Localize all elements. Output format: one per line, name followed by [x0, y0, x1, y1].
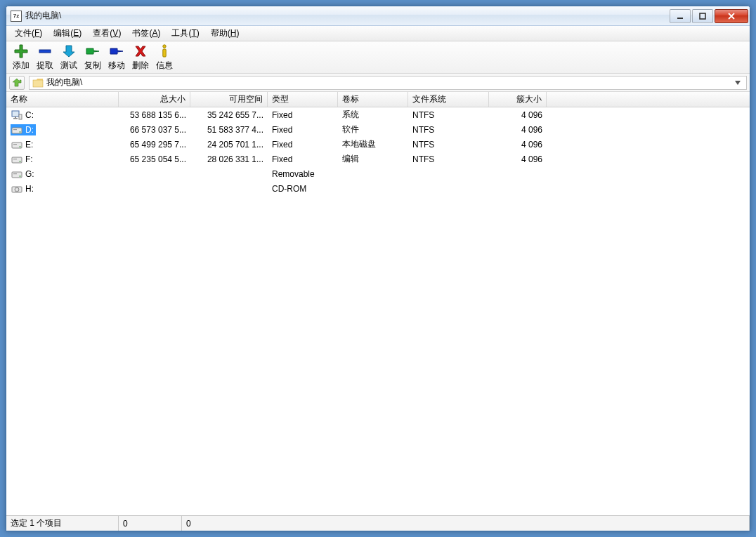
- add-icon: [13, 44, 29, 59]
- column-header-label[interactable]: 卷标: [338, 92, 408, 107]
- cell-name: F:: [6, 154, 119, 165]
- cell-name: C:: [6, 110, 119, 121]
- cell-free: 24 205 701 1...: [190, 140, 268, 150]
- cell-type: Fixed: [268, 154, 338, 164]
- column-header-type[interactable]: 类型: [268, 92, 338, 107]
- cell-cluster: 4 096: [489, 140, 547, 150]
- cell-type: Fixed: [268, 125, 338, 135]
- cell-size: 53 688 135 6...: [119, 110, 190, 120]
- cell-size: 65 235 054 5...: [119, 154, 190, 164]
- cell-name: D:: [6, 124, 119, 135]
- cell-fs: NTFS: [408, 125, 489, 135]
- info-button[interactable]: 信息: [154, 44, 175, 72]
- menu-t[interactable]: 工具(T): [166, 26, 204, 41]
- folder-icon: [32, 78, 44, 88]
- svg-rect-2: [39, 50, 51, 53]
- column-header-cluster[interactable]: 簇大小: [489, 92, 547, 107]
- extract-button[interactable]: 提取: [34, 44, 56, 72]
- svg-rect-9: [19, 114, 22, 119]
- status-selection: 选定 1 个项目: [6, 516, 119, 531]
- svg-point-18: [20, 161, 21, 162]
- svg-rect-20: [13, 173, 17, 174]
- cell-label: 系统: [338, 109, 408, 121]
- app-icon: 7z: [11, 11, 22, 22]
- copy-icon: [85, 44, 100, 59]
- cell-size: 66 573 037 5...: [119, 125, 190, 135]
- maximize-button[interactable]: [692, 9, 713, 23]
- chevron-down-icon[interactable]: [732, 81, 743, 85]
- status-panel-3: 0: [182, 516, 750, 531]
- svg-point-12: [20, 131, 21, 133]
- cell-size: 65 499 295 7...: [119, 140, 190, 150]
- table-row[interactable]: E:65 499 295 7...24 205 701 1...Fixed本地磁…: [6, 137, 750, 152]
- path-text: 我的电脑\: [46, 77, 82, 88]
- column-header-fs[interactable]: 文件系统: [408, 92, 489, 107]
- window-controls: [668, 9, 748, 23]
- svg-point-21: [20, 175, 21, 177]
- svg-rect-4: [163, 49, 166, 57]
- table-row[interactable]: H:CD-ROM: [6, 181, 750, 196]
- column-header-free[interactable]: 可用空间: [190, 92, 268, 107]
- svg-rect-14: [13, 144, 17, 145]
- extract-icon: [37, 44, 53, 59]
- menu-h[interactable]: 帮助(H): [205, 26, 245, 41]
- table-row[interactable]: G:Removable: [6, 166, 750, 181]
- cell-fs: NTFS: [408, 154, 489, 164]
- menu-v[interactable]: 查看(V): [87, 26, 126, 41]
- cell-label: 本地磁盘: [338, 138, 408, 150]
- move-icon: [109, 44, 124, 59]
- cell-label: 软件: [338, 124, 408, 135]
- close-button[interactable]: [715, 9, 748, 23]
- window-title: 我的电脑\: [25, 10, 668, 22]
- svg-point-3: [163, 44, 166, 47]
- cell-free: 28 026 331 1...: [190, 154, 268, 164]
- status-panel-2: 0: [119, 516, 182, 531]
- column-header-name[interactable]: 名称: [6, 92, 119, 107]
- cell-name: G:: [6, 168, 119, 180]
- up-button[interactable]: [9, 76, 25, 90]
- statusbar: 选定 1 个项目 0 0: [6, 515, 750, 531]
- svg-rect-5: [33, 80, 43, 87]
- table-row[interactable]: F:65 235 054 5...28 026 331 1...Fixed编辑N…: [6, 152, 750, 166]
- menu-f[interactable]: 文件(F): [9, 26, 48, 41]
- cell-type: Removable: [268, 169, 338, 179]
- delete-icon: [133, 44, 148, 59]
- cell-free: 35 242 655 7...: [190, 110, 268, 120]
- svg-rect-11: [13, 129, 17, 130]
- toolbar: 添加提取测试复制移动删除信息: [6, 41, 750, 74]
- menu-e[interactable]: 编辑(E): [48, 26, 87, 41]
- cell-name: H:: [6, 183, 119, 194]
- drive-icon: [11, 140, 22, 150]
- menubar: 文件(F)编辑(E)查看(V)书签(A)工具(T)帮助(H): [6, 26, 750, 41]
- cell-type: CD-ROM: [268, 184, 338, 194]
- svg-rect-8: [13, 118, 18, 119]
- cell-cluster: 4 096: [489, 154, 547, 164]
- svg-rect-6: [12, 111, 19, 117]
- svg-rect-17: [13, 159, 17, 159]
- drive-icon: [11, 110, 22, 120]
- menu-a[interactable]: 书签(A): [126, 26, 166, 41]
- svg-point-15: [20, 146, 21, 147]
- list-body[interactable]: C:53 688 135 6...35 242 655 7...Fixed系统N…: [6, 107, 750, 515]
- table-row[interactable]: D:66 573 037 5...51 583 377 4...Fixed软件N…: [6, 122, 750, 137]
- titlebar[interactable]: 7z 我的电脑\: [6, 6, 750, 26]
- column-header-size[interactable]: 总大小: [119, 92, 190, 107]
- cell-fs: NTFS: [408, 110, 489, 120]
- minimize-button[interactable]: [670, 9, 691, 23]
- path-input[interactable]: 我的电脑\: [29, 76, 747, 90]
- delete-button[interactable]: 删除: [130, 44, 151, 72]
- copy-button[interactable]: 复制: [82, 44, 103, 72]
- cell-type: Fixed: [268, 140, 338, 150]
- table-row[interactable]: C:53 688 135 6...35 242 655 7...Fixed系统N…: [6, 107, 750, 122]
- add-button[interactable]: 添加: [11, 44, 32, 72]
- info-icon: [157, 44, 172, 59]
- cell-name: E:: [6, 139, 119, 150]
- cell-type: Fixed: [268, 110, 338, 120]
- move-button[interactable]: 移动: [106, 44, 127, 72]
- test-button[interactable]: 测试: [58, 44, 79, 72]
- svg-rect-1: [700, 13, 705, 19]
- test-icon: [61, 44, 77, 59]
- list-header: 名称总大小可用空间类型卷标文件系统簇大小: [6, 92, 750, 107]
- app-window: 7z 我的电脑\ 文件(F)编辑(E)查看(V)书签(A)工具(T)帮助(H) …: [6, 6, 750, 531]
- svg-rect-7: [15, 117, 16, 118]
